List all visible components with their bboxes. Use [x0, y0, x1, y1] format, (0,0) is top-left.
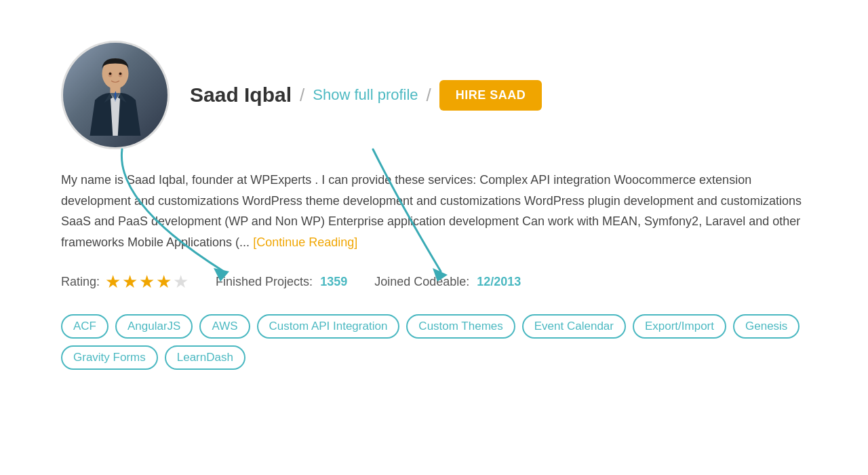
- continue-reading-link[interactable]: [Continue Reading]: [253, 235, 357, 249]
- joined-codeable: Joined Codeable: 12/2013: [374, 275, 521, 289]
- svg-point-4: [109, 73, 112, 75]
- stats-row: Rating: ★ ★ ★ ★ ★ Finished Projects: 135…: [61, 271, 807, 292]
- finished-projects: Finished Projects: 1359: [216, 275, 347, 289]
- hire-button[interactable]: HIRE SAAD: [439, 80, 542, 111]
- avatar: [61, 41, 170, 149]
- star-1: ★: [105, 271, 121, 292]
- bio-content: My name is Saad Iqbal, founder at WPExpe…: [61, 173, 802, 249]
- star-3: ★: [139, 271, 155, 292]
- joined-value: 12/2013: [477, 275, 521, 288]
- profile-name: Saad Iqbal: [190, 83, 292, 107]
- rating-label: Rating:: [61, 275, 100, 289]
- profile-info: Saad Iqbal / Show full profile / HIRE SA…: [190, 80, 542, 111]
- finished-projects-label: Finished Projects:: [216, 275, 313, 288]
- stars: ★ ★ ★ ★ ★: [105, 271, 189, 292]
- bio-section: My name is Saad Iqbal, founder at WPExpe…: [61, 170, 807, 252]
- star-5-empty: ★: [173, 271, 189, 292]
- tag-item[interactable]: Custom Themes: [406, 314, 515, 339]
- tag-item[interactable]: AWS: [199, 314, 250, 339]
- svg-point-5: [119, 73, 122, 75]
- tag-item[interactable]: Gravity Forms: [61, 345, 158, 370]
- bio-text: My name is Saad Iqbal, founder at WPExpe…: [61, 170, 807, 252]
- tag-item[interactable]: ACF: [61, 314, 108, 339]
- rating-group: Rating: ★ ★ ★ ★ ★: [61, 271, 189, 292]
- stats-wrapper: Rating: ★ ★ ★ ★ ★ Finished Projects: 135…: [61, 271, 807, 292]
- tags-row: ACFAngularJSAWSCustom API IntegrationCus…: [61, 314, 807, 370]
- tag-item[interactable]: LearnDash: [165, 345, 245, 370]
- tag-item[interactable]: Genesis: [733, 314, 800, 339]
- profile-title-row: Saad Iqbal / Show full profile / HIRE SA…: [190, 80, 542, 111]
- finished-projects-value: 1359: [320, 275, 347, 288]
- tag-item[interactable]: Export/Import: [633, 314, 726, 339]
- tag-item[interactable]: AngularJS: [115, 314, 193, 339]
- joined-label: Joined Codeable:: [374, 275, 469, 288]
- star-2: ★: [122, 271, 138, 292]
- separator-1: /: [300, 85, 304, 106]
- tag-item[interactable]: Custom API Integration: [257, 314, 400, 339]
- separator-2: /: [427, 85, 431, 106]
- tag-item[interactable]: Event Calendar: [522, 314, 626, 339]
- avatar-svg: [75, 54, 156, 136]
- show-full-profile-link[interactable]: Show full profile: [313, 86, 418, 104]
- profile-header: Saad Iqbal / Show full profile / HIRE SA…: [61, 41, 807, 149]
- star-4: ★: [156, 271, 172, 292]
- profile-container: Saad Iqbal / Show full profile / HIRE SA…: [61, 27, 807, 383]
- svg-rect-1: [111, 86, 121, 94]
- avatar-image: [63, 43, 167, 147]
